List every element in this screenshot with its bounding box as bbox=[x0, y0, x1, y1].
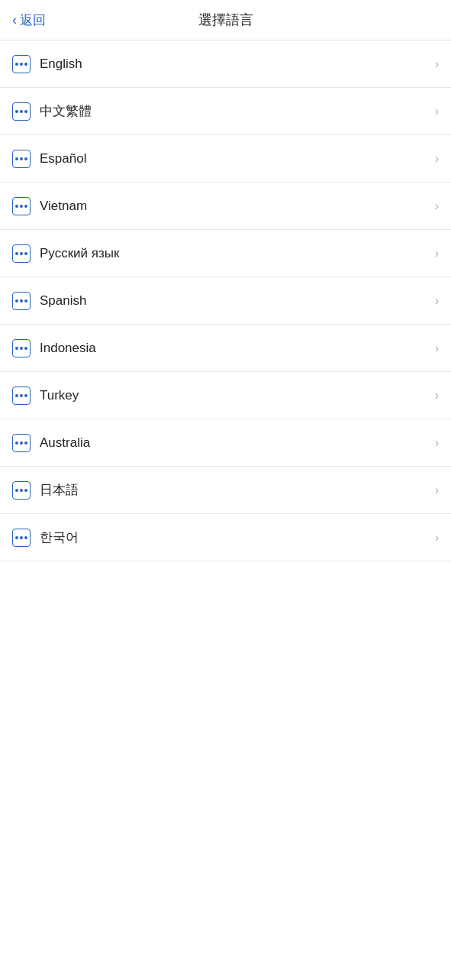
language-item-chinese-traditional[interactable]: 中文繁體› bbox=[0, 88, 451, 135]
language-label: Indonesia bbox=[40, 341, 435, 356]
language-label: 한국어 bbox=[40, 529, 435, 546]
chevron-right-icon: › bbox=[435, 484, 439, 497]
language-flag-icon bbox=[12, 339, 31, 357]
language-flag-icon bbox=[12, 529, 31, 547]
chevron-right-icon: › bbox=[435, 152, 439, 166]
language-item-turkey[interactable]: Turkey› bbox=[0, 372, 451, 419]
language-item-korean[interactable]: 한국어› bbox=[0, 514, 451, 561]
chevron-right-icon: › bbox=[435, 389, 439, 403]
language-item-indonesia[interactable]: Indonesia› bbox=[0, 325, 451, 372]
back-button[interactable]: ‹ 返回 bbox=[12, 11, 46, 29]
language-label: 中文繁體 bbox=[40, 102, 435, 120]
language-item-vietnam[interactable]: Vietnam› bbox=[0, 183, 451, 230]
language-list: English›中文繁體›Español›Vietnam›Русский язы… bbox=[0, 40, 451, 561]
language-label: 日本語 bbox=[40, 481, 435, 499]
language-label: Australia bbox=[40, 435, 435, 451]
page-title: 選擇語言 bbox=[198, 11, 253, 29]
language-item-japanese[interactable]: 日本語› bbox=[0, 467, 451, 514]
language-flag-icon bbox=[12, 55, 31, 73]
chevron-right-icon: › bbox=[435, 436, 439, 450]
language-flag-icon bbox=[12, 292, 31, 310]
language-flag-icon bbox=[12, 434, 31, 452]
language-item-spanish[interactable]: Spanish› bbox=[0, 277, 451, 325]
language-flag-icon bbox=[12, 481, 31, 500]
language-label: Español bbox=[40, 151, 435, 167]
back-chevron-icon: ‹ bbox=[12, 12, 17, 28]
language-item-australia[interactable]: Australia› bbox=[0, 419, 451, 467]
header: ‹ 返回 選擇語言 bbox=[0, 0, 451, 40]
back-label: 返回 bbox=[20, 11, 46, 29]
language-flag-icon bbox=[12, 244, 31, 263]
language-item-english[interactable]: English› bbox=[0, 40, 451, 88]
language-label: Turkey bbox=[40, 388, 435, 403]
chevron-right-icon: › bbox=[435, 105, 439, 118]
language-flag-icon bbox=[12, 150, 31, 168]
chevron-right-icon: › bbox=[435, 199, 439, 213]
language-label: Vietnam bbox=[40, 199, 435, 214]
chevron-right-icon: › bbox=[435, 341, 439, 355]
chevron-right-icon: › bbox=[435, 294, 439, 308]
language-item-russian[interactable]: Русский язык› bbox=[0, 230, 451, 277]
language-flag-icon bbox=[12, 387, 31, 405]
language-label: Spanish bbox=[40, 293, 435, 309]
language-item-espanol[interactable]: Español› bbox=[0, 135, 451, 183]
chevron-right-icon: › bbox=[435, 247, 439, 260]
chevron-right-icon: › bbox=[435, 57, 439, 71]
language-flag-icon bbox=[12, 102, 31, 121]
language-flag-icon bbox=[12, 197, 31, 215]
language-label: English bbox=[40, 57, 435, 72]
language-label: Русский язык bbox=[40, 246, 435, 261]
chevron-right-icon: › bbox=[435, 531, 439, 545]
